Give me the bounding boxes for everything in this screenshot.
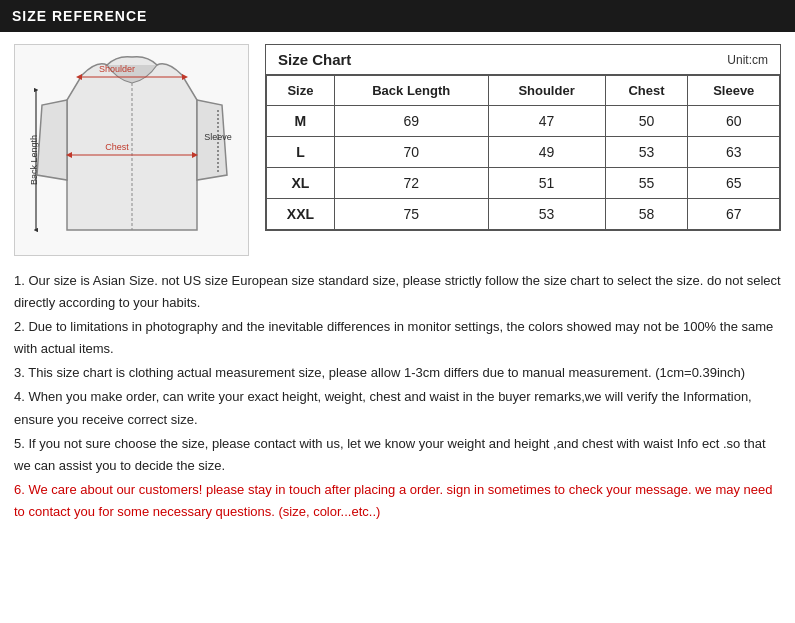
cell-shoulder: 49 (488, 137, 605, 168)
col-size: Size (267, 76, 335, 106)
size-table-body: M69475060L70495363XL72515565XXL75535867 (267, 106, 780, 230)
cell-size: L (267, 137, 335, 168)
table-row: L70495363 (267, 137, 780, 168)
note-item-1: 1. Our size is Asian Size. not US size E… (14, 270, 781, 314)
table-row: XXL75535867 (267, 199, 780, 230)
cell-sleeve: 65 (688, 168, 780, 199)
table-header-row: Size Back Length Shoulder Chest Sleeve (267, 76, 780, 106)
cell-size: XL (267, 168, 335, 199)
page-header: SIZE REFERENCE (0, 0, 795, 32)
col-shoulder: Shoulder (488, 76, 605, 106)
svg-text:Chest: Chest (105, 142, 129, 152)
cell-chest: 50 (605, 106, 688, 137)
cell-chest: 55 (605, 168, 688, 199)
col-sleeve: Sleeve (688, 76, 780, 106)
table-row: XL72515565 (267, 168, 780, 199)
jacket-svg: Back Length Shoulder (22, 45, 242, 255)
note-item-5: 5. If you not sure choose the size, plea… (14, 433, 781, 477)
cell-chest: 58 (605, 199, 688, 230)
jacket-diagram: Back Length Shoulder (14, 44, 249, 256)
table-row: M69475060 (267, 106, 780, 137)
size-chart-unit: Unit:cm (727, 53, 768, 67)
cell-back_length: 69 (334, 106, 488, 137)
top-section: Back Length Shoulder (14, 44, 781, 256)
cell-sleeve: 67 (688, 199, 780, 230)
cell-back_length: 70 (334, 137, 488, 168)
svg-text:Sleeve: Sleeve (204, 132, 232, 142)
size-chart-wrapper: Size Chart Unit:cm Size Back Length Shou… (265, 44, 781, 231)
size-chart-title: Size Chart (278, 51, 351, 68)
cell-sleeve: 60 (688, 106, 780, 137)
cell-shoulder: 51 (488, 168, 605, 199)
cell-size: M (267, 106, 335, 137)
size-table-area: Size Chart Unit:cm Size Back Length Shou… (265, 44, 781, 256)
main-content: Back Length Shoulder (0, 32, 795, 537)
cell-shoulder: 53 (488, 199, 605, 230)
col-back-length: Back Length (334, 76, 488, 106)
note-item-4: 4. When you make order, can write your e… (14, 386, 781, 430)
cell-chest: 53 (605, 137, 688, 168)
cell-back_length: 72 (334, 168, 488, 199)
size-chart-header: Size Chart Unit:cm (266, 45, 780, 75)
page-title: SIZE REFERENCE (12, 8, 147, 24)
size-table: Size Back Length Shoulder Chest Sleeve M… (266, 75, 780, 230)
note-item-2: 2. Due to limitations in photography and… (14, 316, 781, 360)
cell-back_length: 75 (334, 199, 488, 230)
cell-size: XXL (267, 199, 335, 230)
note-item-3: 3. This size chart is clothing actual me… (14, 362, 781, 384)
note-item-6: 6. We care about our customers! please s… (14, 479, 781, 523)
notes-section: 1. Our size is Asian Size. not US size E… (14, 270, 781, 523)
col-chest: Chest (605, 76, 688, 106)
cell-sleeve: 63 (688, 137, 780, 168)
cell-shoulder: 47 (488, 106, 605, 137)
svg-text:Shoulder: Shoulder (98, 64, 134, 74)
